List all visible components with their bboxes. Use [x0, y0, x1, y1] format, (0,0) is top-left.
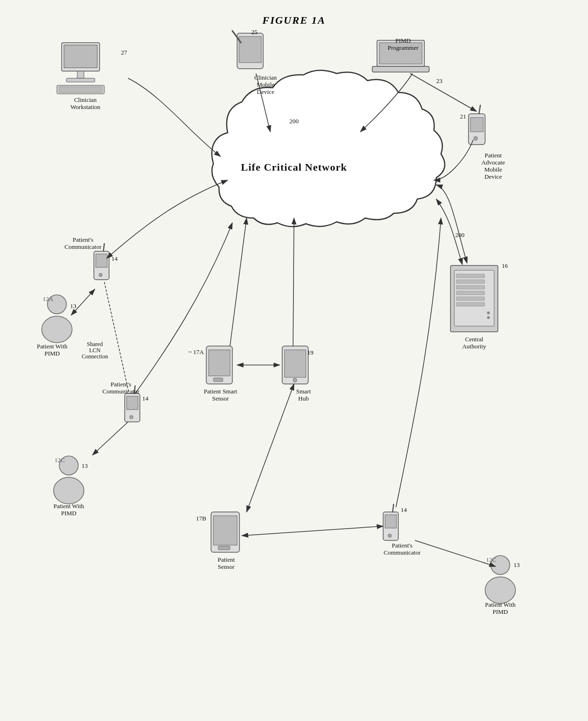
svg-text:12C: 12C: [55, 456, 65, 464]
svg-rect-38: [456, 280, 485, 283]
svg-text:21: 21: [460, 113, 466, 120]
svg-text:13: 13: [82, 462, 88, 469]
svg-text:Hub: Hub: [298, 395, 309, 402]
svg-text:Patient's: Patient's: [110, 381, 131, 388]
svg-text:PIMD: PIMD: [45, 350, 60, 357]
svg-rect-5: [64, 45, 97, 68]
svg-line-118: [247, 384, 294, 512]
svg-rect-6: [77, 71, 84, 78]
svg-point-100: [485, 577, 515, 603]
svg-text:Clinician: Clinician: [74, 96, 97, 103]
svg-line-94: [393, 504, 394, 512]
svg-point-44: [487, 316, 490, 319]
cloud-shape: Life Critical Network: [212, 70, 445, 227]
svg-text:12C: 12C: [486, 556, 496, 563]
svg-text:Programmer: Programmer: [388, 44, 419, 51]
svg-text:14: 14: [401, 506, 407, 513]
svg-rect-42: [456, 302, 485, 306]
svg-rect-49: [285, 350, 306, 377]
svg-point-43: [487, 311, 490, 314]
svg-text:27: 27: [121, 49, 128, 56]
svg-text:13: 13: [514, 561, 520, 568]
patient-communicator-right-icon: [383, 504, 398, 540]
svg-line-114: [104, 282, 129, 393]
svg-point-50: [293, 378, 297, 382]
svg-text:Device: Device: [257, 88, 275, 95]
svg-point-82: [130, 416, 133, 419]
svg-rect-14: [239, 37, 261, 63]
svg-point-95: [388, 534, 392, 538]
svg-text:23: 23: [436, 77, 442, 84]
svg-text:Advocate: Advocate: [481, 159, 505, 166]
svg-text:Sensor: Sensor: [218, 563, 235, 570]
clinician-workstation-icon: [57, 43, 104, 94]
patient-12c-right-icon: 12C: [485, 556, 515, 603]
svg-rect-41: [456, 297, 485, 301]
svg-text:25: 25: [251, 28, 257, 36]
svg-point-69: [99, 274, 102, 277]
svg-text:LCN: LCN: [89, 347, 101, 354]
patient-smart-sensor-icon: [206, 346, 232, 384]
smart-hub-icon: [282, 346, 308, 384]
svg-text:Patient: Patient: [218, 556, 235, 563]
svg-text:Patient's: Patient's: [73, 236, 93, 243]
svg-text:Patient Smart: Patient Smart: [204, 388, 238, 395]
svg-text:Smart: Smart: [296, 388, 311, 395]
svg-rect-40: [456, 291, 485, 295]
svg-text:200: 200: [289, 118, 299, 125]
svg-text:16: 16: [502, 262, 508, 269]
svg-rect-20: [372, 66, 429, 72]
clinician-mobile-icon: [232, 31, 263, 69]
svg-line-115: [230, 218, 247, 346]
svg-line-68: [103, 244, 104, 251]
svg-rect-9: [59, 87, 102, 92]
svg-text:Patient With: Patient With: [485, 601, 516, 608]
svg-text:19: 19: [307, 349, 313, 356]
svg-point-74: [42, 316, 72, 343]
svg-text:Authority: Authority: [462, 343, 487, 350]
svg-text:Patient's: Patient's: [392, 542, 413, 549]
svg-text:Communicator: Communicator: [384, 549, 421, 556]
svg-rect-39: [456, 285, 485, 289]
svg-line-120: [415, 540, 496, 566]
svg-text:PIMD: PIMD: [493, 608, 508, 615]
svg-text:13: 13: [70, 302, 76, 310]
svg-text:14: 14: [142, 395, 149, 402]
svg-rect-37: [456, 274, 485, 278]
svg-text:Patient With: Patient With: [37, 343, 68, 350]
svg-text:14: 14: [111, 255, 118, 262]
svg-line-116: [293, 218, 294, 346]
svg-text:Central: Central: [465, 336, 484, 343]
svg-text:Device: Device: [485, 173, 502, 180]
svg-point-87: [54, 477, 84, 504]
svg-rect-56: [213, 378, 223, 382]
svg-rect-80: [127, 396, 138, 410]
svg-rect-62: [218, 546, 230, 550]
svg-point-29: [474, 137, 478, 140]
svg-text:Life Critical Network: Life Critical Network: [241, 161, 347, 173]
svg-line-119: [242, 526, 383, 536]
svg-text:PIMD: PIMD: [61, 510, 77, 517]
patient-12a-icon: 12A: [42, 295, 72, 343]
svg-text:12A: 12A: [43, 295, 54, 302]
patient-advocate-mobile-icon: [469, 105, 485, 145]
svg-text:17B: 17B: [196, 515, 206, 522]
svg-text:Sensor: Sensor: [212, 395, 229, 402]
svg-text:Shared: Shared: [87, 341, 102, 347]
svg-rect-55: [209, 350, 230, 376]
svg-text:Mobile: Mobile: [484, 166, 502, 173]
svg-text:~ 17A: ~ 17A: [188, 348, 204, 356]
svg-rect-61: [213, 516, 237, 545]
svg-text:Patient: Patient: [485, 152, 502, 159]
svg-rect-7: [66, 78, 95, 82]
svg-text:Patient With: Patient With: [54, 502, 84, 510]
svg-text:PIMD: PIMD: [395, 37, 411, 44]
svg-line-28: [479, 105, 480, 114]
svg-text:Communicator: Communicator: [64, 243, 102, 250]
central-authority-icon: [450, 265, 498, 332]
svg-rect-67: [96, 254, 107, 267]
svg-rect-27: [470, 118, 483, 132]
svg-line-110: [92, 422, 128, 455]
svg-text:Communicator: Communicator: [102, 388, 140, 395]
svg-text:Connection: Connection: [82, 353, 108, 360]
